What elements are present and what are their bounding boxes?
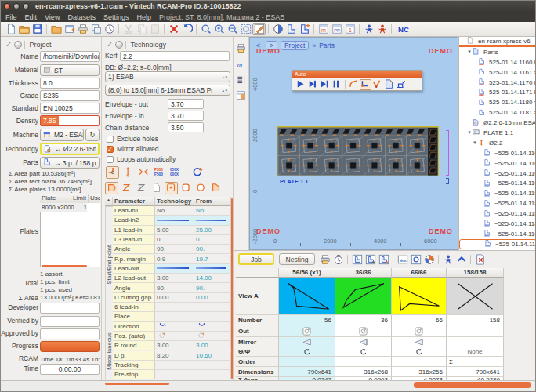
parts-button[interactable]: → 3 p. / 158 pcs. [40, 157, 100, 169]
checkbox-loops-automatically[interactable]: Loops automatically [107, 155, 176, 163]
job-dimensions-cell[interactable]: 316x268 [335, 367, 392, 377]
menu-datasets[interactable]: Datasets [67, 13, 96, 21]
checkbox-mirror-allowed[interactable]: ✓Mirror allowed [107, 145, 158, 153]
play-skip-icon[interactable] [307, 79, 319, 90]
param-tech-cell[interactable]: 3.00 [155, 341, 194, 350]
zoom-edit-icon[interactable] [252, 23, 266, 35]
param-tech-cell[interactable]: 90. [155, 245, 194, 254]
job-out-cell[interactable] [392, 325, 447, 337]
param-tech-cell[interactable]: 8.20 [155, 351, 194, 361]
z-gray-icon[interactable] [135, 182, 148, 194]
param-tech-cell[interactable]: 90. [155, 283, 194, 292]
box-img-icon[interactable] [396, 253, 409, 266]
sphere-icon[interactable] [115, 41, 123, 49]
maximize-icon[interactable] [23, 3, 29, 9]
direction-icon[interactable] [155, 322, 194, 332]
tree-item-525-01-14-1160-ko[interactable]: 525-01.14.1160 Ko [459, 57, 536, 67]
param-tech-cell[interactable]: 5.00 [155, 226, 194, 235]
job-col-header[interactable]: 56/56 (x1) [279, 268, 335, 278]
nc-icon[interactable]: NC [394, 23, 413, 35]
job-number-cell[interactable]: 56 [279, 315, 335, 325]
machine-refresh-button[interactable]: ↻ [85, 129, 100, 141]
sq-dot-icon[interactable] [165, 182, 178, 194]
direction-icon[interactable] [194, 322, 231, 332]
tree-item-525-01-14-1171-ko[interactable]: 525-01.14.1171 Ko [459, 87, 536, 97]
expander-icon[interactable]: ▾ [472, 140, 478, 146]
doc-new-icon[interactable] [4, 23, 17, 35]
box-o-icon[interactable] [409, 253, 422, 266]
lead-curve-icon[interactable] [348, 79, 360, 90]
developer-field[interactable] [40, 303, 100, 314]
job-dimensions-cell[interactable]: 790x641 [447, 367, 504, 377]
param-tech-cell[interactable] [155, 303, 194, 312]
tree-item-525-01-14-1170-ko[interactable]: 525-01.14.1170 Ko [459, 78, 536, 88]
param-from-cell[interactable] [194, 216, 231, 225]
zoom-region-icon[interactable] [239, 23, 252, 35]
tab-job[interactable]: Job [238, 253, 274, 265]
job-order-cell[interactable]: Σ [447, 357, 504, 367]
cut-icon[interactable] [121, 23, 135, 35]
table-calc-icon[interactable] [236, 90, 246, 100]
menu-help[interactable]: Help [136, 13, 151, 21]
check-icon[interactable]: ✓ [107, 40, 113, 49]
part-icon[interactable] [284, 23, 298, 35]
param-table-vscrollbar[interactable] [231, 198, 233, 379]
checkbox-icon[interactable] [107, 136, 114, 143]
job-number-cell[interactable]: 158 [447, 315, 504, 325]
d-orange-icon[interactable] [209, 182, 223, 194]
expander-icon[interactable]: ▾ [466, 49, 473, 55]
lead-tool-icon[interactable] [106, 166, 119, 179]
z-orange-icon[interactable] [120, 182, 133, 194]
nested-plate-drawing[interactable] [277, 126, 439, 176]
zoom-out-icon[interactable] [226, 23, 239, 35]
windows-icon[interactable] [89, 23, 103, 35]
param-from-cell[interactable]: 19.7 [194, 255, 231, 264]
param-tech-cell[interactable]: No [155, 206, 194, 216]
menu-edit[interactable]: Edit [25, 13, 38, 21]
d-outline-icon[interactable] [150, 182, 163, 194]
play-icon[interactable] [295, 79, 307, 90]
job-rotation-cell[interactable] [279, 347, 335, 357]
box-l3-icon[interactable] [377, 253, 390, 266]
job-order-cell[interactable] [279, 357, 335, 367]
param-tech-cell[interactable]: 0 [155, 235, 194, 245]
job-rotation-cell[interactable]: None [447, 347, 504, 357]
tree-item-plate-1-1[interactable]: ▾PLATE 1.1 [459, 128, 536, 138]
zoom-icon[interactable] [199, 23, 212, 35]
param-tech-cell[interactable] [155, 264, 194, 274]
doc-close-icon[interactable] [473, 253, 487, 266]
tree-item--525-01-14-1161[interactable]: ~525-01.14.1161 [459, 229, 536, 239]
job-rotation-cell[interactable] [392, 347, 447, 357]
expander-icon[interactable]: ▾ [466, 129, 473, 136]
job-mirror-cell[interactable] [392, 337, 447, 347]
job-col-header[interactable]: 66/66 [392, 268, 447, 278]
approved-by-field[interactable] [40, 328, 100, 339]
tree-item-en-rcam-xpress-v6-[interactable]: en-rcam-xpress-v6- [459, 37, 536, 47]
tree-item--525-01-14-1181[interactable]: ~525-01.14.1181 [459, 209, 536, 219]
tree-item--525-01-14-1181[interactable]: ~525-01.14.1181 [459, 219, 536, 229]
check-icon[interactable]: ✓ [5, 40, 12, 49]
param-from-cell[interactable] [194, 361, 231, 370]
job-col-header[interactable]: 36/36 [335, 268, 392, 278]
machine-button[interactable]: M2 - ESAB [40, 129, 84, 141]
density-field[interactable]: 7.85 [40, 115, 100, 126]
param-from-cell[interactable] [194, 370, 231, 379]
job-mirror-cell[interactable] [447, 337, 504, 347]
param-from-cell[interactable]: 0.00 [194, 293, 231, 303]
param-from-cell[interactable] [194, 303, 231, 312]
chain-distance-field[interactable]: 3.50 [168, 122, 204, 132]
copy-doc-icon[interactable] [383, 79, 395, 90]
job-dimensions-cell[interactable]: 316x256 [392, 367, 447, 377]
checkbox-exclude-holes[interactable]: Exclude holes [107, 135, 158, 143]
chevron-up-icon[interactable] [455, 253, 468, 266]
folder-icon[interactable] [49, 23, 63, 35]
menu-file[interactable]: File [5, 13, 17, 21]
tree-item--525-01-14-1161[interactable]: ~525-01.14.1161 [459, 239, 536, 249]
job-view-cell[interactable] [279, 278, 335, 315]
menu-settings[interactable]: Settings [103, 13, 129, 21]
lead-check-icon[interactable] [371, 79, 383, 90]
auto-toolbar-title[interactable]: Auto [292, 71, 422, 78]
param-tech-cell[interactable] [155, 312, 194, 321]
job-mirror-cell[interactable] [279, 337, 335, 347]
play-end-icon[interactable] [319, 79, 331, 90]
